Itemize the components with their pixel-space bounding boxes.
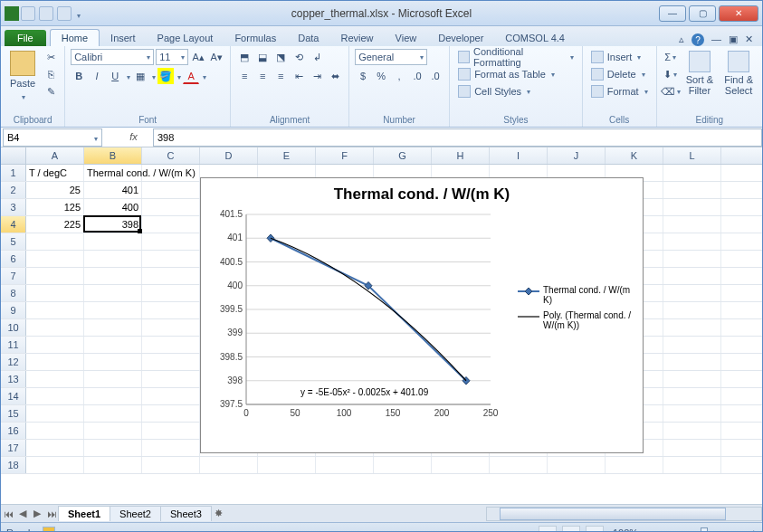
cell[interactable] xyxy=(142,285,200,301)
sheet-tab-3[interactable]: Sheet3 xyxy=(160,506,212,521)
cell[interactable] xyxy=(84,233,142,250)
row-header[interactable]: 1 xyxy=(1,165,26,181)
decrease-decimal-icon[interactable]: .0 xyxy=(427,68,443,84)
help-icon[interactable]: ? xyxy=(691,33,704,46)
tab-developer[interactable]: Developer xyxy=(427,30,494,46)
new-sheet-icon[interactable]: ✸ xyxy=(212,508,226,519)
zoom-in-button[interactable]: + xyxy=(751,527,757,533)
tab-formulas[interactable]: Formulas xyxy=(224,30,287,46)
align-top-icon[interactable]: ⬒ xyxy=(236,49,253,65)
find-select-button[interactable]: Find & Select xyxy=(720,49,757,98)
cell[interactable] xyxy=(663,199,721,215)
copy-icon[interactable]: ⎘ xyxy=(43,66,59,82)
underline-button[interactable]: U xyxy=(107,68,123,84)
cell[interactable] xyxy=(142,371,200,387)
cell[interactable] xyxy=(663,354,721,370)
row-header[interactable]: 4 xyxy=(1,216,26,233)
cell[interactable] xyxy=(432,457,490,473)
sheet-tab-1[interactable]: Sheet1 xyxy=(58,506,110,521)
cell[interactable] xyxy=(84,457,142,473)
cell[interactable] xyxy=(84,268,142,284)
cell[interactable] xyxy=(26,405,84,422)
insert-cells-button[interactable]: Insert xyxy=(588,49,644,65)
cell[interactable] xyxy=(663,405,721,422)
cell[interactable] xyxy=(142,337,200,353)
row-header[interactable]: 9 xyxy=(1,302,26,318)
format-as-table-button[interactable]: Format as Table xyxy=(455,66,558,82)
scrollbar-thumb[interactable] xyxy=(500,508,726,520)
align-right-icon[interactable]: ≡ xyxy=(272,68,289,84)
macro-record-icon[interactable] xyxy=(43,527,55,533)
sort-filter-button[interactable]: Sort & Filter xyxy=(682,49,718,98)
cell[interactable] xyxy=(200,457,258,473)
chevron-down-icon[interactable] xyxy=(201,71,206,81)
col-header-g[interactable]: G xyxy=(374,147,432,164)
cell[interactable] xyxy=(663,371,721,387)
cell[interactable] xyxy=(663,216,721,233)
cell[interactable] xyxy=(142,457,200,473)
font-color-icon[interactable]: A xyxy=(183,68,199,84)
cell[interactable] xyxy=(142,423,200,439)
cell[interactable]: 125 xyxy=(26,199,84,215)
cell[interactable] xyxy=(490,457,548,473)
cell[interactable] xyxy=(142,216,200,233)
normal-view-icon[interactable] xyxy=(539,526,557,533)
cell[interactable] xyxy=(26,388,84,404)
redo-icon[interactable] xyxy=(57,6,72,21)
cell[interactable] xyxy=(663,268,721,284)
clear-icon[interactable]: ⌫ xyxy=(663,83,679,100)
cell[interactable] xyxy=(26,457,84,473)
cell[interactable]: 225 xyxy=(26,216,84,233)
cell[interactable] xyxy=(142,354,200,370)
cell[interactable] xyxy=(663,285,721,301)
last-sheet-icon[interactable]: ⏭ xyxy=(44,508,59,519)
zoom-out-button[interactable]: − xyxy=(647,527,653,533)
save-icon[interactable] xyxy=(21,6,35,21)
cell[interactable] xyxy=(142,165,200,181)
doc-restore-icon[interactable]: ▣ xyxy=(729,33,738,46)
cell[interactable] xyxy=(606,457,663,473)
cell[interactable] xyxy=(663,233,721,250)
cell[interactable] xyxy=(26,371,84,387)
col-header-f[interactable]: F xyxy=(316,147,374,164)
col-header-c[interactable]: C xyxy=(142,147,200,164)
cell[interactable] xyxy=(142,233,200,250)
page-break-view-icon[interactable] xyxy=(586,526,604,533)
cell[interactable] xyxy=(84,405,142,422)
fill-icon[interactable]: ⬇ xyxy=(663,66,679,82)
fill-color-icon[interactable]: 🪣 xyxy=(157,68,174,84)
cell[interactable] xyxy=(663,302,721,318)
prev-sheet-icon[interactable]: ◀ xyxy=(15,508,30,519)
cell[interactable] xyxy=(84,337,142,353)
number-format-combo[interactable]: General xyxy=(355,49,427,65)
tab-home[interactable]: Home xyxy=(50,29,100,46)
bold-button[interactable]: B xyxy=(71,68,87,84)
row-header[interactable]: 2 xyxy=(1,182,26,198)
page-layout-view-icon[interactable] xyxy=(562,526,580,533)
cell[interactable] xyxy=(548,457,606,473)
fx-icon[interactable]: fx xyxy=(129,131,138,143)
cell[interactable] xyxy=(663,423,721,439)
cell[interactable] xyxy=(663,182,721,198)
undo-icon[interactable] xyxy=(39,6,53,21)
select-all-corner[interactable] xyxy=(1,147,26,164)
col-header-i[interactable]: I xyxy=(490,147,548,164)
row-header[interactable]: 15 xyxy=(1,405,26,422)
cell[interactable] xyxy=(26,319,84,336)
align-center-icon[interactable]: ≡ xyxy=(254,68,271,84)
chevron-down-icon[interactable] xyxy=(150,71,156,81)
tab-data[interactable]: Data xyxy=(287,30,329,46)
cell[interactable] xyxy=(84,423,142,439)
cell[interactable] xyxy=(84,354,142,370)
cell[interactable] xyxy=(84,319,142,336)
format-painter-icon[interactable]: ✎ xyxy=(43,83,59,100)
col-header-h[interactable]: H xyxy=(432,147,490,164)
cell[interactable] xyxy=(84,251,142,267)
row-header[interactable]: 10 xyxy=(1,319,26,336)
doc-minimize-icon[interactable]: — xyxy=(711,33,721,46)
cell[interactable] xyxy=(84,388,142,404)
wrap-text-icon[interactable]: ↲ xyxy=(309,49,325,65)
merge-center-icon[interactable]: ⬌ xyxy=(327,68,343,84)
row-header[interactable]: 5 xyxy=(1,233,26,250)
comma-icon[interactable]: , xyxy=(391,68,407,84)
